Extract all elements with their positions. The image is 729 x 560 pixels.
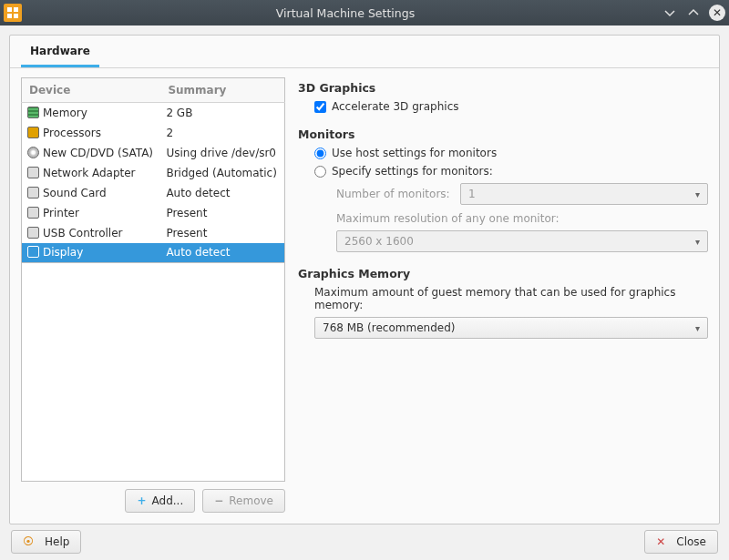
help-icon bbox=[23, 535, 39, 548]
use-host-radio[interactable] bbox=[314, 148, 326, 159]
graphics-memory-label: Maximum amount of guest memory that can … bbox=[314, 286, 708, 311]
network-icon bbox=[27, 167, 39, 178]
remove-button-label: Remove bbox=[229, 494, 273, 507]
accelerate-3d-label: Accelerate 3D graphics bbox=[332, 100, 458, 113]
usb-icon bbox=[27, 227, 39, 239]
num-monitors-label: Number of monitors: bbox=[336, 188, 455, 200]
device-list[interactable]: Device Summary Memory 2 GB Processors 2 bbox=[21, 77, 285, 263]
window-close-icon[interactable]: ✕ bbox=[709, 5, 725, 21]
accelerate-3d-row[interactable]: Accelerate 3D graphics bbox=[314, 100, 708, 113]
window-title: Virtual Machine Settings bbox=[29, 6, 662, 20]
svg-rect-0 bbox=[7, 7, 12, 12]
titlebar: Virtual Machine Settings ✕ bbox=[0, 0, 729, 25]
specify-radio[interactable] bbox=[314, 166, 326, 178]
device-name: New CD/DVD (SATA) bbox=[43, 147, 153, 159]
svg-rect-2 bbox=[7, 14, 12, 18]
svg-rect-1 bbox=[14, 7, 18, 12]
device-row-display[interactable]: Display Auto detect bbox=[22, 243, 285, 263]
num-monitors-select: 1 ▾ bbox=[460, 183, 708, 205]
device-summary: Present bbox=[160, 223, 284, 243]
svg-rect-3 bbox=[14, 14, 18, 18]
app-icon bbox=[4, 4, 22, 22]
device-summary: Auto detect bbox=[160, 183, 284, 203]
max-resolution-value: 2560 x 1600 bbox=[344, 235, 414, 248]
tab-bar: Hardware bbox=[10, 36, 719, 68]
section-monitors: Monitors bbox=[298, 127, 708, 141]
remove-button[interactable]: −Remove bbox=[202, 489, 285, 513]
device-row-usb[interactable]: USB Controller Present bbox=[22, 223, 285, 243]
device-name: Network Adapter bbox=[43, 167, 136, 179]
device-row-processors[interactable]: Processors 2 bbox=[22, 123, 285, 143]
col-device[interactable]: Device bbox=[22, 78, 161, 103]
max-resolution-label: Maximum resolution of any one monitor: bbox=[336, 212, 560, 225]
device-name: Printer bbox=[43, 207, 79, 219]
device-summary: Using drive /dev/sr0 bbox=[160, 143, 284, 163]
help-button[interactable]: Help bbox=[11, 530, 81, 554]
device-row-network[interactable]: Network Adapter Bridged (Automatic) bbox=[22, 163, 285, 183]
help-button-label: Help bbox=[45, 535, 69, 548]
sound-icon bbox=[27, 187, 39, 199]
cpu-icon bbox=[27, 127, 39, 138]
minus-icon: − bbox=[214, 494, 223, 507]
device-name: Processors bbox=[43, 127, 101, 139]
memory-icon bbox=[27, 107, 39, 118]
device-row-printer[interactable]: Printer Present bbox=[22, 203, 285, 223]
close-button-label: Close bbox=[676, 535, 706, 548]
window-minimize-icon[interactable] bbox=[662, 5, 678, 21]
device-summary: Present bbox=[160, 203, 284, 223]
device-name: USB Controller bbox=[43, 227, 122, 239]
device-summary: Auto detect bbox=[160, 243, 284, 263]
use-host-label: Use host settings for monitors bbox=[332, 147, 497, 159]
chevron-down-icon: ▾ bbox=[695, 189, 700, 199]
plus-icon: + bbox=[137, 494, 146, 507]
tab-hardware[interactable]: Hardware bbox=[21, 36, 99, 67]
section-3d-graphics: 3D Graphics bbox=[298, 81, 708, 95]
device-list-padding bbox=[21, 263, 285, 482]
chevron-down-icon: ▾ bbox=[695, 323, 700, 333]
add-button[interactable]: +Add... bbox=[125, 489, 195, 513]
col-summary[interactable]: Summary bbox=[160, 78, 284, 103]
device-summary: 2 bbox=[160, 123, 284, 143]
device-row-memory[interactable]: Memory 2 GB bbox=[22, 103, 285, 123]
display-icon bbox=[27, 246, 39, 258]
cd-icon bbox=[27, 147, 39, 158]
specify-label: Specify settings for monitors: bbox=[332, 165, 493, 178]
max-resolution-select: 2560 x 1600 ▾ bbox=[336, 230, 708, 252]
device-row-sound[interactable]: Sound Card Auto detect bbox=[22, 183, 285, 203]
device-name: Memory bbox=[43, 107, 87, 119]
device-name: Sound Card bbox=[43, 187, 107, 199]
add-button-label: Add... bbox=[152, 494, 184, 507]
num-monitors-value: 1 bbox=[468, 188, 476, 200]
specify-row[interactable]: Specify settings for monitors: bbox=[314, 165, 708, 178]
close-button[interactable]: Close bbox=[644, 530, 718, 554]
graphics-memory-select[interactable]: 768 MB (recommended) ▾ bbox=[314, 317, 708, 339]
use-host-row[interactable]: Use host settings for monitors bbox=[314, 147, 708, 159]
chevron-down-icon: ▾ bbox=[695, 237, 700, 247]
device-summary: 2 GB bbox=[160, 103, 284, 123]
accelerate-3d-checkbox[interactable] bbox=[314, 101, 326, 113]
settings-card: Hardware Device Summary Memory 2 bbox=[9, 35, 720, 524]
device-row-cd[interactable]: New CD/DVD (SATA) Using drive /dev/sr0 bbox=[22, 143, 285, 163]
printer-icon bbox=[27, 207, 39, 219]
section-graphics-memory: Graphics Memory bbox=[298, 267, 708, 280]
device-name: Display bbox=[43, 246, 83, 259]
device-summary: Bridged (Automatic) bbox=[160, 163, 284, 183]
window-maximize-icon[interactable] bbox=[685, 5, 702, 21]
close-icon bbox=[656, 535, 671, 548]
graphics-memory-value: 768 MB (recommended) bbox=[323, 321, 455, 334]
